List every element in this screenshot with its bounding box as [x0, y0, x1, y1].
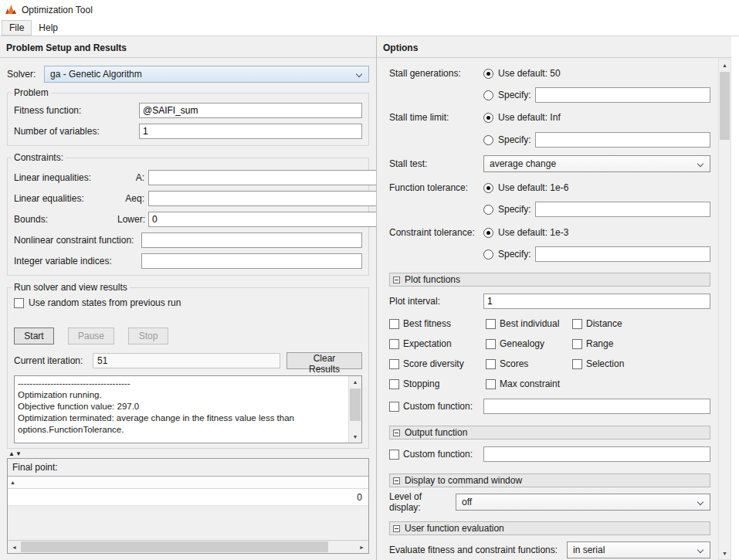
checkbox-box[interactable]	[389, 402, 399, 412]
display-section-header[interactable]: Display to command window	[389, 473, 710, 487]
stall-time-limit-specify-input[interactable]	[535, 132, 710, 148]
checkbox-box[interactable]	[572, 339, 582, 349]
checkbox-box[interactable]	[486, 319, 496, 329]
options-scroll-thumb[interactable]	[720, 72, 730, 140]
final-point-value-row[interactable]: 0	[8, 489, 368, 506]
checkbox-box[interactable]	[572, 319, 582, 329]
function-tolerance-specify-option[interactable]: Specify:	[483, 202, 710, 217]
output-function-title: Output function	[405, 427, 467, 438]
checkbox-range[interactable]: Range	[572, 338, 613, 349]
checkbox-box[interactable]	[389, 379, 399, 389]
plot-interval-input[interactable]	[483, 294, 710, 309]
plot-custom-function-input[interactable]	[483, 399, 710, 414]
plot-custom-function-option[interactable]: Custom function:	[389, 401, 483, 412]
checkbox-score-diversity[interactable]: Score diversity	[389, 358, 486, 369]
nonlinear-constraint-input[interactable]	[141, 232, 362, 248]
user-function-evaluation-section-header[interactable]: User function evaluation	[389, 521, 710, 535]
stall-time-limit-specify-option[interactable]: Specify:	[483, 132, 710, 148]
scroll-down-icon[interactable]: ▼	[719, 548, 731, 559]
checkbox-box[interactable]	[486, 359, 496, 369]
checkbox-box[interactable]	[389, 359, 399, 369]
constraint-tolerance-specify-option[interactable]: Specify:	[483, 246, 710, 262]
output-custom-function-row: Custom function:	[389, 446, 710, 463]
stall-generations-specify-input[interactable]	[535, 87, 710, 103]
checkbox-genealogy[interactable]: Genealogy	[486, 338, 572, 349]
collapse-icon[interactable]	[393, 277, 400, 283]
scroll-down-icon[interactable]: ▼	[349, 431, 361, 443]
plot-functions-section-header[interactable]: Plot functions	[389, 273, 710, 287]
checkbox-stopping[interactable]: Stopping	[389, 378, 486, 389]
stall-time-limit-default-option[interactable]: Use default: Inf	[483, 112, 710, 123]
radio-use-default[interactable]	[483, 228, 493, 238]
options-panel: Options Stall generations: Use default: …	[377, 36, 739, 560]
custom-function-label: Custom function:	[403, 401, 473, 412]
random-states-checkbox[interactable]	[14, 298, 24, 308]
radio-use-default[interactable]	[483, 183, 493, 193]
menu-file[interactable]: File	[2, 20, 32, 36]
output-custom-function-option[interactable]: Custom function:	[389, 449, 483, 460]
pause-button[interactable]: Pause	[68, 328, 114, 344]
a-input[interactable]	[148, 170, 377, 185]
scroll-up-icon[interactable]: ▲	[349, 376, 361, 388]
scroll-up-icon[interactable]: ▲	[719, 59, 731, 71]
results-scroll-thumb[interactable]	[350, 389, 361, 421]
output-custom-function-input[interactable]	[483, 446, 710, 462]
scroll-left-icon[interactable]: ◄	[8, 541, 21, 553]
checkbox-label: Expectation	[403, 338, 452, 349]
results-scrollbar[interactable]: ▲ ▼	[348, 376, 361, 443]
collapse-icon[interactable]	[393, 429, 400, 436]
checkbox-box[interactable]	[389, 339, 399, 349]
integer-indices-input[interactable]	[141, 253, 362, 269]
checkbox-box[interactable]	[486, 379, 496, 389]
final-point-hscrollbar[interactable]: ◄ ►	[8, 540, 368, 553]
stall-test-dropdown[interactable]: average change	[483, 155, 710, 172]
hscroll-thumb[interactable]	[21, 541, 328, 552]
panel-splitter-handle[interactable]: ▲▼	[7, 449, 369, 458]
level-of-display-dropdown[interactable]: off	[456, 494, 710, 511]
evaluate-functions-dropdown[interactable]: in serial	[567, 541, 710, 558]
fitness-function-input[interactable]	[139, 103, 362, 118]
checkbox-label: Best individual	[500, 318, 559, 329]
lower-bound-input[interactable]	[148, 212, 377, 227]
checkbox-box[interactable]	[389, 450, 399, 460]
checkbox-expectation[interactable]: Expectation	[389, 338, 486, 349]
function-tolerance-default-option[interactable]: Use default: 1e-6	[483, 182, 710, 193]
radio-specify[interactable]	[483, 135, 493, 145]
start-button[interactable]: Start	[14, 328, 54, 344]
checkbox-selection[interactable]: Selection	[572, 358, 624, 369]
random-states-option[interactable]: Use random states from previous run	[14, 297, 362, 309]
checkbox-scores[interactable]: Scores	[486, 358, 572, 369]
radio-specify[interactable]	[483, 249, 493, 260]
solver-dropdown[interactable]: ga - Genetic Algorithm	[44, 66, 369, 83]
options-scroll-track[interactable]	[719, 71, 731, 548]
options-scrollbar[interactable]: ▲ ▼	[718, 59, 731, 560]
checkbox-box[interactable]	[389, 319, 399, 329]
constraint-tolerance-default-option[interactable]: Use default: 1e-3	[483, 227, 710, 238]
checkbox-best-fitness[interactable]: Best fitness	[389, 318, 486, 329]
checkbox-box[interactable]	[572, 359, 582, 369]
collapse-icon[interactable]	[393, 477, 400, 484]
stall-generations-specify-option[interactable]: Specify:	[483, 87, 710, 103]
radio-use-default[interactable]	[483, 113, 493, 123]
collapse-icon[interactable]	[393, 525, 400, 532]
radio-use-default[interactable]	[483, 69, 493, 79]
menu-help[interactable]: Help	[32, 20, 65, 36]
stall-generations-default-option[interactable]: Use default: 50	[483, 68, 710, 79]
radio-specify[interactable]	[483, 205, 493, 215]
radio-specify[interactable]	[483, 90, 493, 100]
output-function-section-header[interactable]: Output function	[389, 426, 710, 440]
checkbox-distance[interactable]: Distance	[572, 318, 622, 329]
checkbox-box[interactable]	[486, 339, 496, 349]
constraint-tolerance-specify-input[interactable]	[535, 246, 710, 262]
checkbox-best-individual[interactable]: Best individual	[486, 318, 572, 329]
stop-button[interactable]: Stop	[128, 328, 168, 344]
checkbox-max-constraint[interactable]: Max constraint	[486, 378, 560, 389]
final-point-column-header[interactable]: ▲	[8, 477, 368, 489]
hscroll-track[interactable]	[21, 541, 355, 553]
aeq-input[interactable]	[148, 191, 377, 206]
scroll-right-icon[interactable]: ►	[355, 541, 368, 553]
results-scroll-track[interactable]	[349, 388, 361, 431]
num-variables-input[interactable]	[139, 124, 362, 139]
clear-results-button[interactable]: Clear Results	[286, 352, 362, 369]
function-tolerance-specify-input[interactable]	[535, 202, 710, 217]
